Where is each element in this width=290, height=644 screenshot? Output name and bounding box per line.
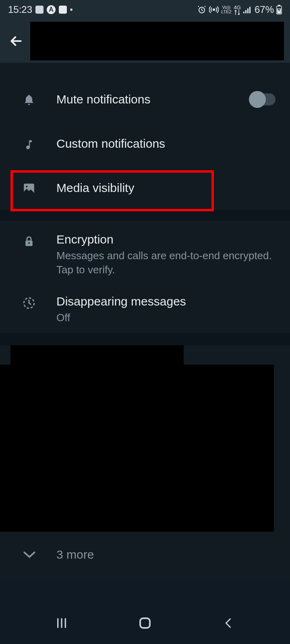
disappearing-sub: Off	[56, 311, 278, 325]
status-time: 15:23	[8, 4, 32, 15]
image-icon	[22, 180, 36, 196]
more-label: 3 more	[56, 548, 94, 561]
nav-recent-button[interactable]	[37, 617, 86, 630]
status-app-icon	[59, 6, 67, 14]
music-note-icon	[22, 136, 36, 152]
security-section: Encryption Messages and calls are end-to…	[0, 221, 290, 333]
svg-rect-7	[278, 5, 280, 6]
network-type: 4G	[234, 5, 241, 15]
contact-title-redacted	[30, 22, 284, 60]
media-heading-redacted	[10, 345, 184, 365]
section-divider	[0, 210, 290, 221]
svg-point-12	[28, 242, 30, 244]
lock-icon	[22, 233, 36, 249]
chevron-down-icon	[23, 550, 36, 559]
battery-text: 67%	[255, 4, 274, 15]
svg-rect-5	[249, 7, 251, 13]
disappearing-messages-row[interactable]: Disappearing messages Off	[0, 285, 290, 333]
more-row[interactable]: 3 more	[0, 532, 290, 578]
mute-toggle[interactable]	[251, 93, 276, 105]
volte-icon: Vo)) LTE2	[221, 5, 231, 14]
svg-point-10	[26, 186, 27, 187]
bell-icon	[22, 91, 36, 107]
svg-rect-2	[243, 12, 244, 13]
nav-back-button[interactable]	[204, 617, 253, 630]
hotspot-icon	[209, 5, 219, 14]
media-visibility-row[interactable]: Media visibility	[0, 166, 290, 210]
media-label: Media visibility	[56, 181, 278, 195]
nav-home-button[interactable]	[121, 616, 169, 630]
signal-icon	[243, 6, 252, 13]
back-button[interactable]	[4, 29, 28, 53]
svg-rect-4	[247, 8, 249, 13]
notification-section: Mute notifications Custom notifications …	[0, 77, 290, 210]
status-app-icon	[35, 6, 44, 14]
svg-point-1	[213, 9, 215, 10]
custom-notifications-row[interactable]: Custom notifications	[0, 122, 290, 166]
status-bar: 15:23 A Vo)) LTE2 4G 67%	[0, 0, 290, 19]
encryption-row[interactable]: Encryption Messages and calls are end-to…	[0, 221, 290, 285]
status-app-icon: A	[47, 5, 56, 14]
disappearing-label: Disappearing messages	[56, 295, 278, 308]
encryption-label: Encryption	[56, 233, 278, 246]
battery-charging-icon	[276, 5, 282, 14]
svg-rect-14	[140, 618, 150, 628]
section-divider	[0, 333, 290, 345]
app-bar	[0, 19, 290, 63]
media-thumbnails-redacted[interactable]	[0, 365, 274, 532]
mute-label: Mute notifications	[56, 93, 251, 106]
toggle-knob	[249, 91, 266, 108]
custom-label: Custom notifications	[56, 137, 278, 151]
media-section: 3 more	[0, 345, 290, 578]
alarm-icon	[197, 5, 207, 14]
svg-rect-3	[245, 10, 246, 13]
status-more-dot-icon	[70, 8, 72, 11]
system-nav-bar	[0, 602, 290, 644]
mute-notifications-row[interactable]: Mute notifications	[0, 77, 290, 122]
encryption-sub: Messages and calls are end-to-end encryp…	[56, 249, 278, 277]
timer-icon	[22, 295, 36, 310]
section-gap	[0, 63, 290, 77]
